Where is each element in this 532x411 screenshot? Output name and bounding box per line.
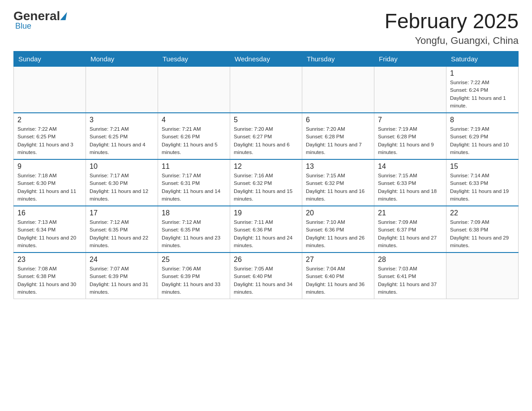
day-number: 28 [378, 256, 442, 264]
calendar-cell: 11Sunrise: 7:17 AMSunset: 6:31 PMDayligh… [158, 159, 230, 206]
calendar-cell: 28Sunrise: 7:03 AMSunset: 6:41 PMDayligh… [374, 253, 446, 299]
calendar-cell: 2Sunrise: 7:22 AMSunset: 6:25 PMDaylight… [14, 113, 86, 159]
day-info: Sunrise: 7:15 AMSunset: 6:33 PMDaylight:… [378, 172, 442, 203]
calendar-table: SundayMondayTuesdayWednesdayThursdayFrid… [13, 51, 519, 299]
day-number: 23 [17, 256, 82, 264]
day-number: 22 [450, 209, 515, 217]
calendar-cell: 5Sunrise: 7:20 AMSunset: 6:27 PMDaylight… [230, 113, 302, 159]
day-number: 9 [17, 163, 82, 171]
calendar-title: February 2025 [385, 9, 519, 33]
day-info: Sunrise: 7:15 AMSunset: 6:32 PMDaylight:… [306, 172, 370, 203]
calendar-cell: 17Sunrise: 7:12 AMSunset: 6:35 PMDayligh… [86, 206, 158, 253]
day-info: Sunrise: 7:16 AMSunset: 6:32 PMDaylight:… [234, 172, 298, 203]
day-info: Sunrise: 7:12 AMSunset: 6:35 PMDaylight:… [90, 218, 154, 249]
calendar-cell: 15Sunrise: 7:14 AMSunset: 6:33 PMDayligh… [446, 159, 519, 206]
day-number: 3 [90, 116, 154, 124]
day-number: 20 [306, 209, 370, 217]
calendar-row-4: 23Sunrise: 7:08 AMSunset: 6:38 PMDayligh… [14, 253, 519, 299]
day-info: Sunrise: 7:07 AMSunset: 6:39 PMDaylight:… [90, 265, 154, 296]
day-number: 19 [234, 209, 298, 217]
day-info: Sunrise: 7:09 AMSunset: 6:38 PMDaylight:… [450, 218, 515, 249]
calendar-cell: 26Sunrise: 7:05 AMSunset: 6:40 PMDayligh… [230, 253, 302, 299]
day-info: Sunrise: 7:14 AMSunset: 6:33 PMDaylight:… [450, 172, 515, 203]
calendar-cell: 21Sunrise: 7:09 AMSunset: 6:37 PMDayligh… [374, 206, 446, 253]
calendar-cell: 19Sunrise: 7:11 AMSunset: 6:36 PMDayligh… [230, 206, 302, 253]
day-info: Sunrise: 7:18 AMSunset: 6:30 PMDaylight:… [17, 172, 82, 203]
calendar-row-3: 16Sunrise: 7:13 AMSunset: 6:34 PMDayligh… [14, 206, 519, 253]
logo-triangle-icon [60, 12, 67, 20]
logo: General Blue [13, 9, 67, 31]
day-number: 13 [306, 163, 370, 171]
calendar-cell: 9Sunrise: 7:18 AMSunset: 6:30 PMDaylight… [14, 159, 86, 206]
calendar-cell [86, 67, 158, 113]
day-info: Sunrise: 7:17 AMSunset: 6:31 PMDaylight:… [162, 172, 226, 203]
day-info: Sunrise: 7:03 AMSunset: 6:41 PMDaylight:… [378, 265, 442, 296]
day-info: Sunrise: 7:06 AMSunset: 6:39 PMDaylight:… [162, 265, 226, 296]
weekday-header-tuesday: Tuesday [158, 51, 230, 67]
calendar-cell: 4Sunrise: 7:21 AMSunset: 6:26 PMDaylight… [158, 113, 230, 159]
weekday-header-thursday: Thursday [302, 51, 374, 67]
day-info: Sunrise: 7:20 AMSunset: 6:28 PMDaylight:… [306, 125, 370, 156]
day-number: 8 [450, 116, 515, 124]
day-info: Sunrise: 7:22 AMSunset: 6:24 PMDaylight:… [450, 79, 515, 110]
calendar-cell: 13Sunrise: 7:15 AMSunset: 6:32 PMDayligh… [302, 159, 374, 206]
day-number: 5 [234, 116, 298, 124]
calendar-cell: 16Sunrise: 7:13 AMSunset: 6:34 PMDayligh… [14, 206, 86, 253]
day-number: 2 [17, 116, 82, 124]
day-info: Sunrise: 7:22 AMSunset: 6:25 PMDaylight:… [17, 125, 82, 156]
weekday-header-row: SundayMondayTuesdayWednesdayThursdayFrid… [14, 51, 519, 67]
day-number: 10 [90, 163, 154, 171]
calendar-cell: 1Sunrise: 7:22 AMSunset: 6:24 PMDaylight… [446, 67, 519, 113]
weekday-header-monday: Monday [86, 51, 158, 67]
day-number: 14 [378, 163, 442, 171]
day-info: Sunrise: 7:05 AMSunset: 6:40 PMDaylight:… [234, 265, 298, 296]
weekday-header-sunday: Sunday [14, 51, 86, 67]
calendar-cell: 7Sunrise: 7:19 AMSunset: 6:28 PMDaylight… [374, 113, 446, 159]
title-area: February 2025 Yongfu, Guangxi, China [385, 9, 519, 47]
day-number: 1 [450, 69, 515, 77]
day-number: 7 [378, 116, 442, 124]
day-number: 18 [162, 209, 226, 217]
day-number: 16 [17, 209, 82, 217]
calendar-cell: 20Sunrise: 7:10 AMSunset: 6:36 PMDayligh… [302, 206, 374, 253]
day-number: 12 [234, 163, 298, 171]
day-info: Sunrise: 7:19 AMSunset: 6:29 PMDaylight:… [450, 125, 515, 156]
day-number: 27 [306, 256, 370, 264]
calendar-subtitle: Yongfu, Guangxi, China [385, 35, 519, 47]
calendar-cell [158, 67, 230, 113]
calendar-cell: 14Sunrise: 7:15 AMSunset: 6:33 PMDayligh… [374, 159, 446, 206]
day-number: 24 [90, 256, 154, 264]
day-number: 11 [162, 163, 226, 171]
calendar-row-2: 9Sunrise: 7:18 AMSunset: 6:30 PMDaylight… [14, 159, 519, 206]
calendar-cell: 3Sunrise: 7:21 AMSunset: 6:25 PMDaylight… [86, 113, 158, 159]
calendar-row-1: 2Sunrise: 7:22 AMSunset: 6:25 PMDaylight… [14, 113, 519, 159]
calendar-cell [14, 67, 86, 113]
calendar-cell [446, 253, 519, 299]
day-number: 21 [378, 209, 442, 217]
calendar-cell: 25Sunrise: 7:06 AMSunset: 6:39 PMDayligh… [158, 253, 230, 299]
weekday-header-wednesday: Wednesday [230, 51, 302, 67]
day-number: 4 [162, 116, 226, 124]
logo-blue-text: Blue [15, 21, 31, 31]
day-number: 15 [450, 163, 515, 171]
calendar-cell: 6Sunrise: 7:20 AMSunset: 6:28 PMDaylight… [302, 113, 374, 159]
day-info: Sunrise: 7:13 AMSunset: 6:34 PMDaylight:… [17, 218, 82, 249]
day-info: Sunrise: 7:19 AMSunset: 6:28 PMDaylight:… [378, 125, 442, 156]
day-info: Sunrise: 7:04 AMSunset: 6:40 PMDaylight:… [306, 265, 370, 296]
day-number: 6 [306, 116, 370, 124]
calendar-cell: 12Sunrise: 7:16 AMSunset: 6:32 PMDayligh… [230, 159, 302, 206]
day-info: Sunrise: 7:21 AMSunset: 6:26 PMDaylight:… [162, 125, 226, 156]
calendar-cell: 27Sunrise: 7:04 AMSunset: 6:40 PMDayligh… [302, 253, 374, 299]
day-info: Sunrise: 7:21 AMSunset: 6:25 PMDaylight:… [90, 125, 154, 156]
weekday-header-saturday: Saturday [446, 51, 519, 67]
day-number: 17 [90, 209, 154, 217]
day-info: Sunrise: 7:09 AMSunset: 6:37 PMDaylight:… [378, 218, 442, 249]
page-header: General Blue February 2025 Yongfu, Guang… [13, 9, 519, 47]
calendar-cell [230, 67, 302, 113]
day-info: Sunrise: 7:12 AMSunset: 6:35 PMDaylight:… [162, 218, 226, 249]
calendar-cell: 22Sunrise: 7:09 AMSunset: 6:38 PMDayligh… [446, 206, 519, 253]
calendar-cell: 24Sunrise: 7:07 AMSunset: 6:39 PMDayligh… [86, 253, 158, 299]
calendar-cell: 23Sunrise: 7:08 AMSunset: 6:38 PMDayligh… [14, 253, 86, 299]
calendar-cell: 10Sunrise: 7:17 AMSunset: 6:30 PMDayligh… [86, 159, 158, 206]
day-number: 26 [234, 256, 298, 264]
